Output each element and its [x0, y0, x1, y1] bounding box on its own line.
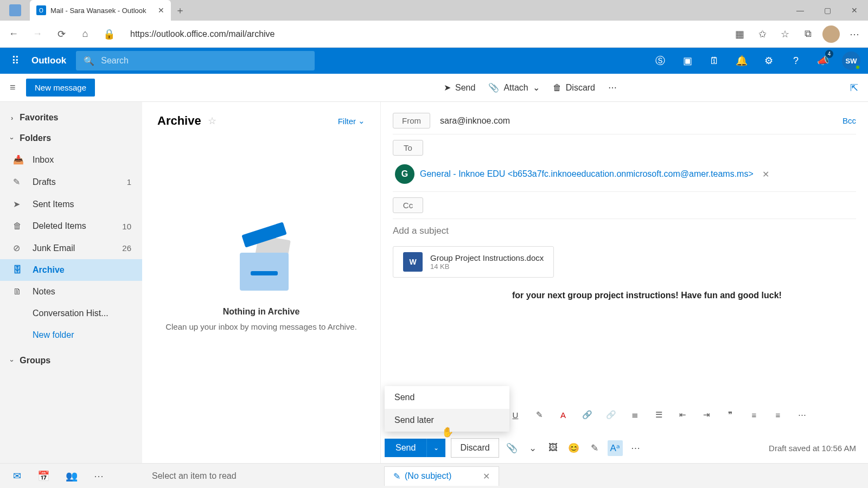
send-action[interactable]: ➤Send: [444, 82, 475, 93]
outdent-button[interactable]: ⇤: [676, 410, 688, 420]
groups-section[interactable]: ›Groups: [0, 350, 142, 371]
indent-button[interactable]: ⇥: [700, 410, 712, 420]
search-input[interactable]: 🔍 Search: [76, 51, 315, 70]
close-window-button[interactable]: ✕: [841, 0, 868, 21]
home-button[interactable]: ⌂: [77, 26, 93, 42]
more-modules-icon[interactable]: ⋯: [94, 470, 104, 482]
site-info-icon[interactable]: 🔒: [101, 26, 117, 42]
folder-deleted[interactable]: 🗑Deleted Items10: [0, 215, 142, 237]
nav-toggle-icon[interactable]: ≡: [10, 82, 26, 93]
remove-recipient-icon[interactable]: ✕: [762, 169, 769, 179]
quote-button[interactable]: ❞: [724, 410, 736, 420]
refresh-button[interactable]: ⟳: [53, 26, 69, 42]
chevron-down-icon: ⌄: [358, 116, 365, 126]
folder-conversation-history[interactable]: Conversation Hist...: [0, 303, 142, 324]
more-format-icon[interactable]: ⋯: [796, 410, 808, 420]
folder-drafts[interactable]: ✎Drafts1: [0, 171, 142, 193]
back-button[interactable]: ←: [5, 26, 22, 42]
more-actions-icon[interactable]: ⋯: [608, 82, 617, 93]
main-layout: ›Favorites ›Folders 📥Inbox ✎Drafts1 ➤Sen…: [0, 102, 868, 463]
skype-icon[interactable]: Ⓢ: [647, 48, 674, 74]
drafts-icon: ✎: [13, 177, 24, 187]
emoji-icon[interactable]: 😊: [566, 442, 582, 454]
maximize-button[interactable]: ▢: [814, 0, 841, 21]
favorite-folder-icon[interactable]: ☆: [208, 115, 216, 127]
url-input[interactable]: [125, 24, 724, 44]
more-compose-icon[interactable]: ⋯: [628, 442, 643, 454]
bottom-strip: ✉ 📅 👥 ⋯ Select an item to read ✎ (No sub…: [0, 463, 868, 488]
folder-sent[interactable]: ➤Sent Items: [0, 193, 142, 215]
unlink-button[interactable]: 🔗: [605, 410, 617, 420]
help-icon[interactable]: ?: [782, 48, 809, 74]
recipient-chip[interactable]: G General - Inknoe EDU <b653a7fc.inknoee…: [393, 162, 774, 186]
send-bar: Send ⌄ Discard 📎 ⌄ 🖼 😊 ✎ Aᵃ ⋯ Draft save…: [385, 438, 856, 458]
attach-dropdown-icon[interactable]: ⌄: [525, 442, 540, 454]
send-icon: ➤: [444, 82, 451, 93]
close-compose-tab-icon[interactable]: ✕: [483, 471, 490, 481]
bulleted-list-button[interactable]: ≣: [629, 410, 641, 420]
message-body[interactable]: for your next group project instructions…: [393, 278, 856, 300]
favorites-section[interactable]: ›Favorites: [0, 107, 142, 128]
outlook-plan-icon[interactable]: 🗓: [701, 48, 728, 74]
attachment-chip[interactable]: W Group Project Instructions.docx 14 KB: [393, 246, 554, 278]
browser-profile-avatar[interactable]: [822, 25, 840, 43]
app-launcher-icon[interactable]: ⠿: [2, 48, 28, 74]
bcc-toggle[interactable]: Bcc: [843, 116, 856, 125]
junk-icon: ⊘: [13, 243, 24, 253]
extensions-icon[interactable]: ▦: [731, 26, 748, 42]
folder-inbox[interactable]: 📥Inbox: [0, 149, 142, 171]
link-button[interactable]: 🔗: [581, 410, 593, 420]
align-left-button[interactable]: ≡: [748, 410, 760, 420]
settings-icon[interactable]: ⚙: [755, 48, 782, 74]
send-button[interactable]: Send: [385, 439, 426, 457]
new-folder-button[interactable]: New folder: [0, 324, 142, 346]
announcements-icon[interactable]: 📣4: [809, 48, 837, 74]
align-center-button[interactable]: ≡: [772, 410, 784, 420]
new-message-button[interactable]: New message: [26, 79, 95, 97]
discard-button[interactable]: Discard: [451, 438, 499, 458]
numbered-list-button[interactable]: ☰: [653, 410, 665, 420]
compose-tab[interactable]: ✎ (No subject) ✕: [384, 466, 499, 486]
profile-tab-icon[interactable]: [9, 4, 21, 16]
show-formatting-icon[interactable]: Aᵃ: [608, 440, 623, 456]
mail-module-icon[interactable]: ✉: [13, 470, 21, 482]
folder-notes[interactable]: 🗎Notes: [0, 281, 142, 303]
discard-action[interactable]: 🗑Discard: [553, 83, 595, 93]
signature-icon[interactable]: ✎: [587, 442, 602, 454]
folder-sidebar: ›Favorites ›Folders 📥Inbox ✎Drafts1 ➤Sen…: [0, 102, 142, 463]
send-now-option[interactable]: Send: [385, 386, 509, 409]
filter-button[interactable]: Filter⌄: [338, 116, 365, 126]
outlook-brand[interactable]: Outlook: [28, 55, 76, 66]
browser-menu-icon[interactable]: ⋯: [846, 26, 863, 42]
folder-junk[interactable]: ⊘Junk Email26: [0, 237, 142, 259]
favorites-bar-icon[interactable]: ☆: [777, 26, 793, 42]
browser-tab-active[interactable]: O Mail - Sara Wanasek - Outlook ✕: [30, 0, 171, 21]
popout-icon[interactable]: ⇱: [850, 82, 858, 94]
trash-icon: 🗑: [553, 83, 561, 93]
people-module-icon[interactable]: 👥: [66, 470, 78, 482]
user-avatar[interactable]: SW: [842, 52, 860, 70]
cc-label[interactable]: Cc: [393, 197, 423, 213]
notifications-icon[interactable]: 🔔: [728, 48, 755, 74]
font-color-button[interactable]: A: [557, 410, 569, 420]
insert-picture-icon[interactable]: 🖼: [546, 442, 561, 453]
teams-icon[interactable]: ▣: [674, 48, 701, 74]
attach-action[interactable]: 📎Attach⌄: [488, 82, 539, 93]
calendar-module-icon[interactable]: 📅: [37, 470, 49, 482]
from-label[interactable]: From: [393, 113, 430, 129]
forward-button: →: [29, 26, 46, 42]
highlight-button[interactable]: ✎: [533, 410, 545, 420]
folder-archive[interactable]: 🗄Archive: [0, 259, 142, 281]
send-options-chevron[interactable]: ⌄: [426, 439, 445, 457]
new-tab-button[interactable]: ＋: [171, 1, 189, 20]
attach-inline-icon[interactable]: 📎: [505, 442, 520, 454]
close-tab-icon[interactable]: ✕: [158, 6, 164, 15]
underline-button[interactable]: U: [509, 410, 521, 420]
draft-status: Draft saved at 10:56 AM: [769, 444, 856, 453]
favorite-icon[interactable]: ✩: [754, 26, 770, 42]
to-label[interactable]: To: [393, 140, 423, 156]
subject-input[interactable]: [393, 219, 856, 243]
folders-section[interactable]: ›Folders: [0, 128, 142, 149]
minimize-button[interactable]: —: [787, 0, 814, 21]
collections-icon[interactable]: ⧉: [800, 26, 816, 42]
